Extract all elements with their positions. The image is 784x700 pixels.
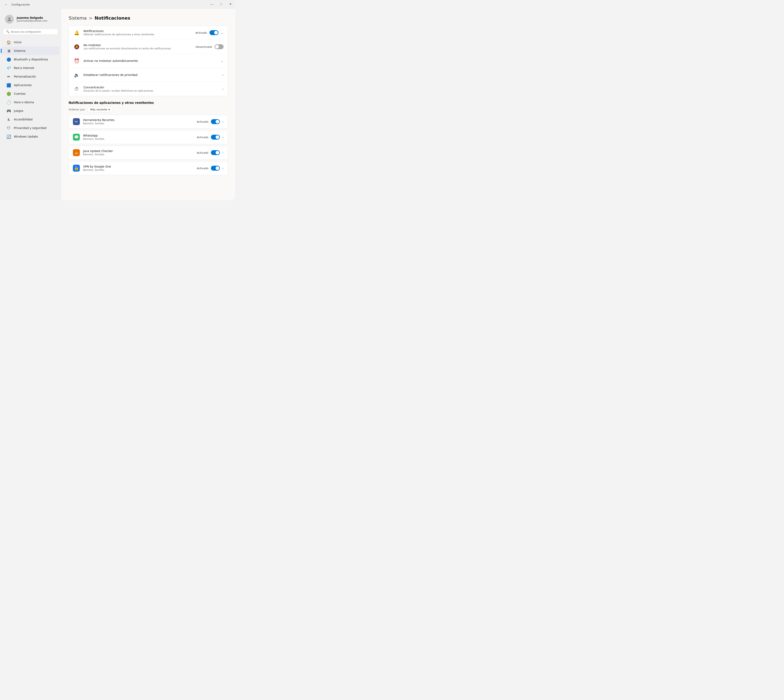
setting-row-activar-no-molestar[interactable]: ⏰ Activar no molestar automáticamente ⌄	[69, 54, 228, 68]
app-icon-herramienta-recortes: ✂	[73, 118, 80, 125]
app-row-java-update[interactable]: ☕ Java Update Checker Banners, Sonidos A…	[69, 146, 228, 159]
row-title-notificaciones-prioridad: Establecer notificaciones de prioridad	[83, 73, 219, 77]
row-text-notificaciones-prioridad: Establecer notificaciones de prioridad	[83, 73, 219, 77]
window-controls: — □ ✕	[207, 0, 235, 8]
sort-label: Ordenar por:	[68, 108, 85, 111]
row-text-notificaciones: Notificaciones Obtener notificaciones de…	[83, 29, 192, 36]
nav-label-aplicaciones: Aplicaciones	[14, 83, 32, 87]
sidebar-item-aplicaciones[interactable]: 🟦 Aplicaciones	[2, 81, 60, 89]
setting-row-notificaciones[interactable]: 🔔 Notificaciones Obtener notificaciones …	[69, 26, 228, 40]
toggle-notificaciones[interactable]	[210, 30, 219, 35]
nav-icon-accesibilidad: ♿	[7, 117, 11, 122]
app-row-right-vpn-google: Activado ›	[197, 166, 224, 171]
back-button[interactable]: ←	[3, 2, 9, 7]
sort-row: Ordenar por: Más reciente ▾	[68, 107, 228, 112]
app-row-vpn-google[interactable]: 🔒 VPN by Google One Banners, Sonidos Act…	[69, 162, 228, 175]
app-toggle-vpn-google[interactable]	[211, 166, 220, 171]
app-text-java-update: Java Update Checker Banners, Sonidos	[83, 149, 193, 156]
search-input[interactable]	[11, 30, 55, 33]
user-info: Juanma Delgado juanmatek@outlook.com	[17, 16, 47, 22]
app-title-whatsapp: WhatsApp	[83, 134, 193, 137]
setting-row-concentracion[interactable]: ⏱ Concentración Duración de la sesión, o…	[69, 82, 228, 96]
breadcrumb-page: Notificaciones	[95, 15, 130, 21]
app-icon-java-update: ☕	[73, 149, 80, 156]
row-icon-no-molestar: 🔕	[73, 43, 80, 50]
row-desc-no-molestar: Las notificaciones se enviarán directame…	[83, 47, 192, 50]
sort-value: Más reciente	[90, 108, 107, 111]
sidebar-item-red[interactable]: 💎 Red e Internet	[2, 64, 60, 72]
app-chevron-icon-vpn-google: ›	[222, 166, 224, 170]
row-right-activar-no-molestar: ⌄	[221, 59, 224, 63]
app-status-vpn-google: Activado	[197, 167, 208, 170]
nav-label-accesibilidad: Accesibilidad	[14, 118, 32, 121]
app-status-whatsapp: Activado	[197, 136, 208, 139]
notifications-settings-card: 🔔 Notificaciones Obtener notificaciones …	[68, 25, 228, 96]
app-title-vpn-google: VPN by Google One	[83, 165, 193, 168]
app-status-java-update: Activado	[197, 151, 208, 154]
search-icon: 🔍	[6, 30, 9, 33]
setting-row-notificaciones-prioridad[interactable]: 🔉 Establecer notificaciones de prioridad…	[69, 68, 228, 82]
sidebar-item-hora[interactable]: 🕐 Hora e idioma	[2, 98, 60, 107]
toggle-no-molestar[interactable]	[215, 44, 224, 49]
status-notificaciones: Activado	[195, 31, 207, 34]
app-desc-whatsapp: Banners, Sonidos	[83, 138, 193, 140]
nav-icon-inicio: 🏠	[7, 40, 11, 45]
nav-label-inicio: Inicio	[14, 41, 22, 44]
app-chevron-icon-herramienta-recortes: ›	[222, 120, 224, 124]
status-no-molestar: Desactivado	[196, 45, 212, 48]
row-icon-concentracion: ⏱	[73, 85, 80, 93]
nav-label-cuentas: Cuentas	[14, 92, 26, 95]
app-toggle-herramienta-recortes[interactable]	[211, 119, 220, 124]
sidebar-item-inicio[interactable]: 🏠 Inicio	[2, 38, 60, 47]
breadcrumb: Sistema > Notificaciones	[68, 15, 228, 21]
nav-label-red: Red e Internet	[14, 66, 34, 70]
sidebar: Juanma Delgado juanmatek@outlook.com 🔍 🏠…	[0, 9, 61, 200]
svg-point-0	[8, 17, 10, 19]
nav-label-sistema: Sistema	[14, 49, 25, 52]
setting-row-no-molestar[interactable]: 🔕 No molestar Las notificaciones se envi…	[69, 40, 228, 54]
minimize-button[interactable]: —	[207, 0, 217, 8]
nav-list: 🏠 Inicio 🖥 Sistema 🔵 Bluetooth y disposi…	[0, 38, 61, 141]
nav-icon-privacidad: 🛡	[7, 126, 11, 130]
sidebar-item-cuentas[interactable]: 🟢 Cuentas	[2, 89, 60, 98]
app-text-vpn-google: VPN by Google One Banners, Sonidos	[83, 165, 193, 172]
nav-icon-hora: 🕐	[7, 100, 11, 105]
chevron-right-icon-concentracion: ›	[222, 87, 224, 91]
app-status-herramienta-recortes: Activado	[197, 120, 208, 123]
sidebar-item-personalizacion[interactable]: ✏️ Personalización	[2, 72, 60, 81]
close-button[interactable]: ✕	[226, 0, 235, 8]
app-row-herramienta-recortes[interactable]: ✂ Herramienta Recortes Banners, Sonidos …	[69, 115, 228, 128]
nav-icon-cuentas: 🟢	[7, 92, 11, 96]
user-profile: Juanma Delgado juanmatek@outlook.com	[0, 12, 61, 28]
app-chevron-icon-java-update: ›	[222, 151, 224, 155]
row-desc-notificaciones: Obtener notificaciones de aplicaciones y…	[83, 33, 192, 36]
nav-icon-red: 💎	[7, 66, 11, 70]
breadcrumb-section: Sistema	[68, 15, 87, 21]
nav-icon-aplicaciones: 🟦	[7, 83, 11, 87]
maximize-button[interactable]: □	[217, 0, 226, 8]
titlebar: ← Configuración — □ ✕	[0, 0, 235, 9]
nav-icon-bluetooth: 🔵	[7, 57, 11, 62]
sort-dropdown[interactable]: Más reciente ▾	[88, 107, 112, 112]
main-content: Sistema > Notificaciones 🔔 Notificacione…	[61, 9, 235, 200]
sidebar-item-juegos[interactable]: 🎮 Juegos	[2, 107, 60, 115]
sidebar-item-bluetooth[interactable]: 🔵 Bluetooth y dispositivos	[2, 55, 60, 64]
app-toggle-whatsapp[interactable]	[211, 135, 220, 140]
app-row-whatsapp[interactable]: 💬 WhatsApp Banners, Sonidos Activado ›	[69, 130, 228, 144]
sidebar-item-privacidad[interactable]: 🛡 Privacidad y seguridad	[2, 124, 60, 132]
apps-section-heading: Notificaciones de aplicaciones y otros r…	[68, 101, 228, 105]
chevron-down-icon-notificaciones: ⌄	[221, 31, 224, 35]
content-area: Juanma Delgado juanmatek@outlook.com 🔍 🏠…	[0, 9, 235, 200]
nav-label-privacidad: Privacidad y seguridad	[14, 126, 47, 130]
nav-icon-personalizacion: ✏️	[7, 74, 11, 79]
app-toggle-java-update[interactable]	[211, 150, 220, 155]
sidebar-item-sistema[interactable]: 🖥 Sistema	[2, 47, 60, 55]
app-desc-herramienta-recortes: Banners, Sonidos	[83, 122, 193, 125]
app-text-whatsapp: WhatsApp Banners, Sonidos	[83, 134, 193, 140]
search-box[interactable]: 🔍	[3, 28, 58, 35]
app-title-herramienta-recortes: Herramienta Recortes	[83, 118, 193, 122]
sidebar-item-windows-update[interactable]: 🔄 Windows Update	[2, 132, 60, 141]
nav-label-windows-update: Windows Update	[14, 135, 38, 138]
sidebar-item-accesibilidad[interactable]: ♿ Accesibilidad	[2, 115, 60, 124]
app-desc-java-update: Banners, Sonidos	[83, 153, 193, 156]
